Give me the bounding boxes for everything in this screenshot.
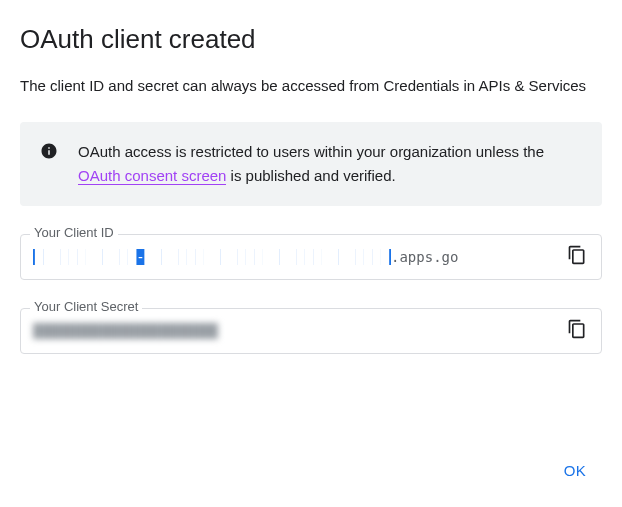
copy-icon	[567, 319, 587, 342]
dialog-title: OAuth client created	[20, 24, 602, 55]
info-text: OAuth access is restricted to users with…	[78, 140, 582, 188]
info-text-after: is published and verified.	[226, 167, 395, 184]
copy-icon	[567, 245, 587, 268]
copy-client-secret-button[interactable]	[561, 315, 593, 347]
client-secret-box[interactable]: ██████████████████████	[20, 308, 602, 354]
dialog-subtitle: The client ID and secret can always be a…	[20, 75, 602, 98]
client-id-suffix: .apps.go	[391, 249, 458, 265]
client-id-field: Your Client ID ████████████-████████████…	[20, 234, 602, 280]
client-id-value: ████████████-███████████████████████████…	[33, 249, 391, 265]
info-text-before: OAuth access is restricted to users with…	[78, 143, 544, 160]
dialog-actions: OK	[552, 454, 598, 487]
client-secret-value: ██████████████████████	[33, 323, 218, 339]
info-box: OAuth access is restricted to users with…	[20, 122, 602, 206]
oauth-consent-screen-link[interactable]: OAuth consent screen	[78, 167, 226, 185]
client-id-label: Your Client ID	[30, 225, 118, 240]
client-secret-field: Your Client Secret █████████████████████…	[20, 308, 602, 354]
client-secret-label: Your Client Secret	[30, 299, 142, 314]
copy-client-id-button[interactable]	[561, 241, 593, 273]
ok-button[interactable]: OK	[552, 454, 598, 487]
client-id-box[interactable]: ████████████-███████████████████████████…	[20, 234, 602, 280]
info-icon	[40, 142, 58, 160]
